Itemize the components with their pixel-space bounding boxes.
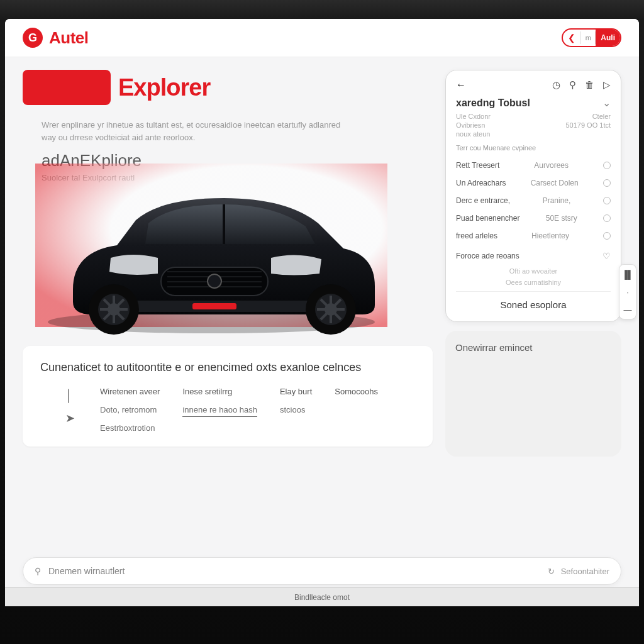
spec-r2c2: stcioos — [280, 405, 312, 414]
meta-r2: 50179 OO 1tct — [565, 121, 611, 129]
tiny-1: Ofti ao wvoaiter — [456, 267, 611, 275]
refresh-icon[interactable]: ↻ — [548, 567, 555, 576]
cfg-label-3: Puad benenencher — [456, 214, 519, 223]
secondary-panel: Onewirrar emincet — [445, 331, 621, 457]
specs-section: Cunenaticet to autitoontite e or enencim… — [23, 346, 433, 447]
cfg-label-1: Un Adreachars — [456, 179, 506, 187]
play-icon[interactable]: ▷ — [603, 79, 611, 91]
clock-icon[interactable]: ◷ — [552, 79, 560, 91]
status-bar: Bindlleacle omot — [5, 587, 639, 606]
radio-icon[interactable] — [603, 197, 611, 204]
cfg-val-0: Aurvorees — [534, 161, 569, 170]
header-pill[interactable]: ❮ m Auli — [562, 28, 621, 47]
tiny-2: Oees curnatishiny — [456, 279, 611, 286]
config-panel-title: xaredng Tobusl — [456, 97, 530, 109]
send-icon: ➤ — [65, 411, 75, 425]
cfg-row-1[interactable]: Un Adreachars Carsect Dolen — [456, 174, 611, 192]
meta-r1: Cteler — [592, 113, 611, 120]
cfg-val-3: 50E stsry — [546, 214, 577, 223]
meta-l1: Ule Cxdonr — [456, 113, 491, 120]
radio-icon[interactable] — [603, 179, 611, 187]
radio-icon[interactable] — [603, 214, 611, 222]
cfg-row-2[interactable]: Derc e entrarce, Pranine, — [456, 192, 611, 209]
spec-r2c0: Doto, retromom — [100, 405, 160, 414]
title-badge — [23, 70, 111, 105]
status-text: Bindlleacle omot — [294, 593, 350, 602]
header-pill-mid: m — [580, 31, 596, 44]
search-icon[interactable]: ⚲ — [569, 79, 576, 91]
radio-icon[interactable] — [603, 232, 611, 240]
spec-head-3: Somocoohs — [335, 387, 378, 396]
cfg-footer-label: Foroce ade reoans — [456, 252, 519, 260]
cfg-row-4[interactable]: freed arleles Hieetlentey — [456, 227, 611, 245]
specs-title: Cunenaticet to autitoontite e or enencim… — [40, 360, 415, 375]
cfg-label-2: Derc e entrarce, — [456, 196, 510, 205]
brand-logo-icon: G — [23, 28, 43, 48]
back-arrow-icon[interactable]: ← — [456, 79, 466, 91]
intro-text: Wrer enplinare yr ihnetue as tultant est… — [42, 119, 343, 143]
meta-l3: noux ateun — [456, 130, 490, 138]
line-icon[interactable]: ― — [622, 304, 633, 315]
spec-head-0: Wiretenen aveer — [100, 387, 160, 396]
cfg-label-4: freed arleles — [456, 231, 497, 240]
cfg-val-2: Pranine, — [543, 196, 571, 205]
search-right-label: Sefoontahiter — [561, 567, 609, 576]
meta-l2: Ovibriesn — [456, 121, 485, 129]
main-content: Explorer Wrer enplinare yr ihnetue as tu… — [23, 70, 433, 563]
heart-icon[interactable]: ♡ — [602, 251, 611, 261]
cfg-val-4: Hieetlentey — [531, 231, 569, 240]
cfg-row-3[interactable]: Puad benenencher 50E stsry — [456, 209, 611, 227]
svg-rect-10 — [192, 303, 236, 309]
search-bar[interactable]: ⚲ Dnemen wirnautlert ↻ Sefoontahiter — [23, 557, 621, 585]
chevron-down-icon[interactable]: ⌄ — [602, 97, 611, 109]
chevron-left-icon[interactable]: ❮ — [563, 33, 580, 43]
dot-icon[interactable]: · — [622, 286, 633, 297]
page-title: Explorer — [118, 74, 210, 101]
spec-head-1: Inese sretilrrg — [182, 387, 257, 396]
header-pill-tag: Auli — [596, 30, 620, 46]
spec-head-2: Elay burt — [280, 387, 312, 396]
svg-point-8 — [208, 274, 221, 288]
panel-cta-button[interactable]: Soned esoplora — [456, 291, 611, 313]
config-panel: ← ◷ ⚲ 🗑 ▷ xaredng Tobusl ⌄ Ule Cxdonr — [445, 70, 621, 322]
trash-icon[interactable]: 🗑 — [585, 79, 594, 91]
config-hint: Terr cou Muenare cvpinee — [456, 144, 611, 152]
search-icon: ⚲ — [35, 566, 41, 576]
header-actions: ❮ m Auli — [562, 28, 621, 47]
spec-r3c0: Eestrboxtrotion — [100, 423, 160, 433]
spec-r2c1: innene re haoo hash — [182, 405, 257, 417]
brand-name: Autel — [49, 28, 89, 48]
brand[interactable]: G Autel — [23, 28, 89, 48]
search-placeholder: Dnemen wirnautlert — [48, 566, 125, 576]
secondary-panel-title: Onewirrar emincet — [455, 342, 611, 353]
floating-toolbar: ▐▌ · ― — [619, 264, 636, 319]
camera-icon[interactable]: ▐▌ — [622, 269, 633, 280]
vehicle-image — [35, 164, 387, 340]
radio-icon[interactable] — [603, 162, 611, 169]
cfg-row-0[interactable]: Rett Treesert Aurvorees — [456, 157, 611, 174]
sidebar: ← ◷ ⚲ 🗑 ▷ xaredng Tobusl ⌄ Ule Cxdonr — [445, 70, 621, 563]
cfg-label-0: Rett Treesert — [456, 161, 499, 170]
cfg-val-1: Carsect Dolen — [531, 179, 579, 187]
bar-icon: │ — [65, 389, 75, 402]
app-header: G Autel ❮ m Auli — [5, 19, 639, 57]
